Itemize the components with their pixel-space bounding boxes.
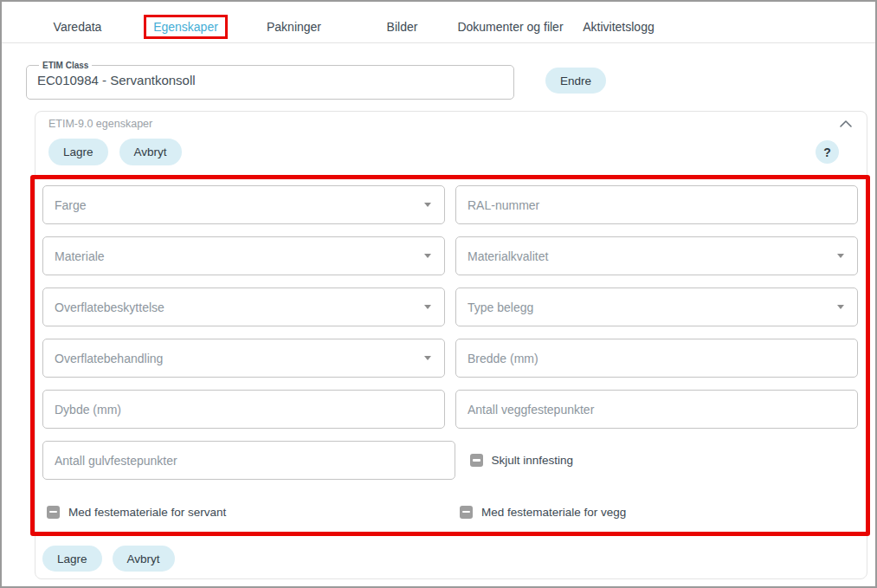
input-bredde-mm[interactable]	[455, 339, 858, 378]
panel-title: ETIM-9.0 egenskaper	[48, 118, 152, 130]
tab-label: Aktivitetslogg	[583, 20, 654, 34]
checkbox-label: Med festemateriale for servant	[68, 506, 226, 519]
etim-class-row: ETIM Class EC010984 - Servantkonsoll End…	[26, 61, 875, 100]
indeterminate-checkbox-icon[interactable]	[47, 506, 60, 519]
dropdown-caret-icon	[837, 305, 844, 309]
indeterminate-checkbox-icon[interactable]	[470, 454, 483, 467]
checkbox-med-festemateriale-for-servant[interactable]: Med festemateriale for servant	[42, 501, 445, 523]
tab-aktivitetslogg[interactable]: Aktivitetslogg	[564, 20, 673, 34]
annotation-box-form: Farge Materiale Materialkvalitet Overfla…	[30, 175, 870, 536]
cancel-button[interactable]: Avbryt	[119, 139, 182, 165]
endre-button[interactable]: Endre	[545, 68, 606, 94]
save-button[interactable]: Lagre	[42, 546, 102, 572]
field-label: Overflatebeskyttelse	[55, 300, 164, 314]
form-row: Overflatebeskyttelse Type belegg	[42, 288, 858, 326]
input-antall-veggfestepunkter[interactable]	[455, 390, 858, 429]
select-farge[interactable]: Farge	[42, 185, 445, 224]
tab-dokumenter-og-filer[interactable]: Dokumenter og filer	[456, 20, 564, 34]
field-label: Overflatebehandling	[55, 352, 163, 365]
select-materiale[interactable]: Materiale	[42, 236, 445, 275]
checkbox-med-festemateriale-for-vegg[interactable]: Med festemateriale for vegg	[455, 501, 858, 523]
tab-label: Pakninger	[267, 20, 321, 34]
tab-egenskaper[interactable]: Egenskaper	[132, 15, 240, 39]
tab-label: Varedata	[54, 20, 102, 34]
input-ral-nummer[interactable]	[455, 185, 858, 224]
help-button[interactable]: ?	[816, 140, 839, 164]
checkbox-label: Skjult innfesting	[492, 454, 574, 467]
select-type-belegg[interactable]: Type belegg	[455, 288, 858, 326]
tab-bilder[interactable]: Bilder	[348, 20, 456, 34]
dropdown-caret-icon	[837, 254, 844, 258]
select-materialkvalitet[interactable]: Materialkvalitet	[455, 236, 858, 275]
etim-properties-panel: ETIM-9.0 egenskaper Lagre Avbryt ? Farge…	[35, 111, 867, 579]
etim-class-field[interactable]: ETIM Class EC010984 - Servantkonsoll	[26, 61, 514, 100]
input-dybde-mm[interactable]	[42, 390, 445, 429]
etim-class-label: ETIM Class	[39, 61, 92, 70]
dropdown-caret-icon	[424, 254, 431, 258]
tab-label: Dokumenter og filer	[457, 20, 563, 34]
save-button[interactable]: Lagre	[48, 139, 108, 165]
checkbox-skjult-innfesting[interactable]: Skjult innfesting	[466, 441, 859, 480]
form-row	[42, 390, 858, 429]
form-row: Overflatebehandling	[42, 339, 858, 378]
panel-actions: Lagre Avbryt ?	[48, 139, 856, 165]
field-label: Materiale	[55, 249, 105, 263]
select-overflatebeskyttelse[interactable]: Overflatebeskyttelse	[42, 288, 445, 326]
field-label: Type belegg	[468, 300, 533, 314]
input-antall-gulvfestepunkter[interactable]	[42, 441, 455, 480]
dropdown-caret-icon	[424, 305, 431, 309]
field-label: Farge	[55, 198, 87, 212]
etim-class-value: EC010984 - Servantkonsoll	[37, 70, 503, 87]
tab-bar: Varedata Egenskaper Pakninger Bilder Dok…	[2, 2, 875, 43]
select-overflatebehandling[interactable]: Overflatebehandling	[42, 339, 445, 378]
checkbox-label: Med festemateriale for vegg	[481, 506, 626, 519]
indeterminate-checkbox-icon[interactable]	[460, 506, 473, 519]
tab-pakninger[interactable]: Pakninger	[240, 20, 348, 34]
dropdown-caret-icon	[424, 356, 431, 360]
form-row: Med festemateriale for servant Med feste…	[42, 501, 858, 523]
field-label: Materialkvalitet	[468, 249, 548, 263]
form-row: Materiale Materialkvalitet	[42, 236, 858, 275]
cancel-button[interactable]: Avbryt	[113, 546, 175, 572]
form-row: Farge	[42, 185, 858, 224]
chevron-up-icon[interactable]	[839, 120, 853, 128]
app-window: Varedata Egenskaper Pakninger Bilder Dok…	[0, 0, 877, 588]
panel-footer: Lagre Avbryt	[42, 546, 856, 572]
tab-varedata[interactable]: Varedata	[23, 20, 132, 34]
panel-header: ETIM-9.0 egenskaper	[46, 118, 856, 130]
annotation-box-active-tab: Egenskaper	[144, 15, 228, 39]
form-row: Skjult innfesting	[42, 441, 858, 480]
dropdown-caret-icon	[424, 203, 431, 207]
tab-label: Bilder	[387, 20, 418, 34]
